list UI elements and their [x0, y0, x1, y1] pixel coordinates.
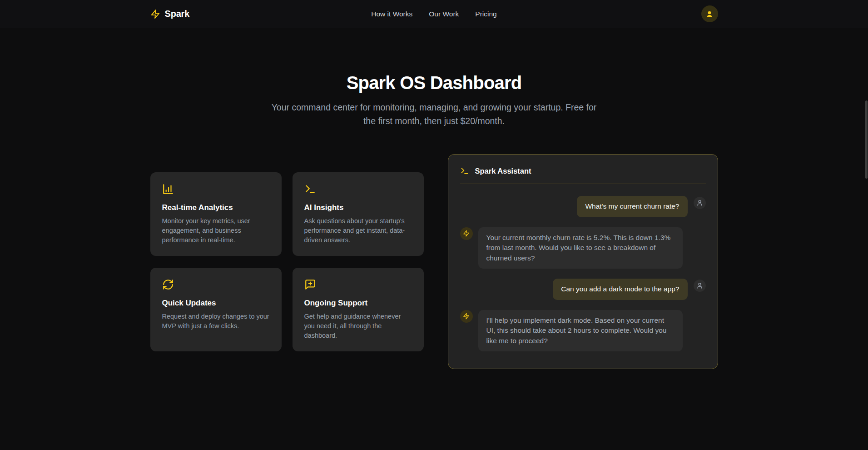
- feature-description: Ask questions about your startup's perfo…: [304, 216, 412, 245]
- terminal-icon: [460, 166, 469, 175]
- chat-message-user: What's my current churn rate?: [460, 196, 706, 217]
- page: Spark How it Works Our Work Pricing Spar…: [0, 0, 868, 450]
- topbar-container: Spark How it Works Our Work Pricing: [150, 5, 718, 22]
- user-message-bubble: What's my current churn rate?: [577, 196, 687, 217]
- message-square-plus-icon: [304, 279, 316, 290]
- chat-message-user: Can you add a dark mode to the app?: [460, 279, 706, 300]
- feature-description: Get help and guidance whenever you need …: [304, 312, 412, 340]
- main-content: Real-time Analytics Monitor your key met…: [150, 154, 718, 369]
- nav-link-pricing[interactable]: Pricing: [475, 10, 496, 18]
- user-avatar: [694, 280, 706, 292]
- brand-name: Spark: [165, 9, 190, 19]
- user-avatar: [694, 197, 706, 209]
- user-icon: [696, 200, 703, 206]
- page-title: Spark OS Dashboard: [0, 72, 868, 94]
- feature-description: Monitor your key metrics, user engagemen…: [162, 216, 270, 245]
- divider: [460, 184, 706, 184]
- refresh-icon: [162, 279, 174, 290]
- hero-section: Spark OS Dashboard Your command center f…: [0, 28, 868, 128]
- feature-title: Real-time Analytics: [162, 203, 270, 212]
- feature-card-ai-insights: AI Insights Ask questions about your sta…: [293, 172, 424, 256]
- spark-assistant-panel: Spark Assistant What's my current churn …: [448, 154, 718, 369]
- zap-icon: [463, 230, 470, 237]
- user-icon: [696, 282, 703, 289]
- feature-title: AI Insights: [304, 203, 412, 212]
- zap-icon: [463, 313, 470, 320]
- chat-message-assistant: Your current monthly churn rate is 5.2%.…: [460, 227, 706, 269]
- assistant-message-bubble: Your current monthly churn rate is 5.2%.…: [478, 227, 683, 269]
- nav-link-how-it-works[interactable]: How it Works: [371, 10, 412, 18]
- assistant-panel-header: Spark Assistant: [460, 166, 706, 175]
- chat-message-assistant: I'll help you implement dark mode. Based…: [460, 310, 706, 351]
- assistant-message-bubble: I'll help you implement dark mode. Based…: [478, 310, 683, 351]
- feature-title: Quick Updates: [162, 299, 270, 308]
- hero-subtitle: Your command center for monitoring, mana…: [265, 101, 603, 128]
- feature-title: Ongoing Support: [304, 299, 412, 308]
- user-message-bubble: Can you add a dark mode to the app?: [553, 279, 687, 300]
- nav-link-our-work[interactable]: Our Work: [429, 10, 459, 18]
- page-scrollbar[interactable]: [865, 100, 868, 179]
- bar-chart-icon: [162, 183, 174, 195]
- chat-messages: What's my current churn rate? Your curre…: [460, 196, 706, 351]
- top-navigation-bar: Spark How it Works Our Work Pricing: [0, 0, 868, 28]
- user-icon: [705, 10, 714, 18]
- feature-card-ongoing-support: Ongoing Support Get help and guidance wh…: [293, 268, 424, 351]
- brand-logo[interactable]: Spark: [150, 9, 190, 19]
- terminal-icon: [304, 183, 316, 195]
- main-nav: How it Works Our Work Pricing: [371, 10, 496, 18]
- feature-grid: Real-time Analytics Monitor your key met…: [150, 172, 424, 351]
- account-avatar-button[interactable]: [701, 5, 718, 22]
- assistant-panel-title: Spark Assistant: [475, 167, 531, 175]
- feature-description: Request and deploy changes to your MVP w…: [162, 312, 270, 331]
- feature-card-real-time-analytics: Real-time Analytics Monitor your key met…: [150, 172, 282, 256]
- zap-icon: [150, 9, 160, 19]
- feature-card-quick-updates: Quick Updates Request and deploy changes…: [150, 268, 282, 351]
- assistant-avatar: [460, 227, 473, 240]
- assistant-avatar: [460, 310, 473, 323]
